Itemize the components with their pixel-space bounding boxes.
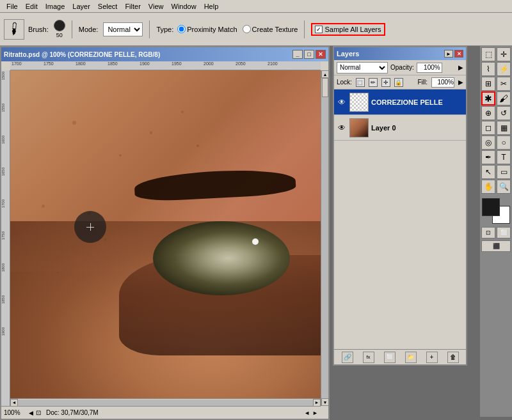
create-texture-radio[interactable]: Create Texture [243, 25, 298, 33]
history-brush-button[interactable]: ↺ [497, 106, 511, 120]
fill-expand-button[interactable]: ▶ [458, 79, 463, 86]
lock-move-button[interactable]: ✛ [381, 78, 390, 87]
menu-help[interactable]: Help [200, 2, 223, 11]
minimize-button[interactable]: _ [292, 50, 303, 59]
ruler-mark-2000: 2000 [204, 61, 214, 66]
right-toolbox: ⬚ ✛ ⌇ ⚡ ⊞ ✂ ✱ 🖌 ⊕ ↺ ◻ ▦ ◎ ○ ✒ T [480, 46, 512, 417]
horizontal-scrollbar: ◄ ► [10, 398, 321, 406]
layer-visibility-layer0[interactable]: 👁 [337, 123, 347, 133]
layer-item-layer0[interactable]: 👁 Layer 0 [334, 115, 466, 141]
menu-filter[interactable]: Filter [121, 2, 144, 11]
vscroll-track[interactable] [321, 78, 328, 398]
scroll-left-arrow[interactable]: ◄ [304, 410, 310, 416]
hscroll-right-button[interactable]: ► [313, 399, 321, 407]
layers-mode-select[interactable]: Normal [337, 62, 388, 74]
sample-all-layers-label: Sample All Layers [324, 26, 381, 33]
ruler-mark-1750: 1750 [44, 61, 54, 66]
hscroll-track[interactable] [18, 400, 313, 406]
canvas-area[interactable] [10, 70, 321, 406]
hscroll-left-button[interactable]: ◄ [10, 399, 18, 407]
ruler-mark-v-1750: 1750 [1, 231, 5, 240]
delete-layer-button[interactable]: 🗑 [447, 352, 459, 363]
ruler-mark-2100: 2100 [268, 61, 278, 66]
shape-tool-button[interactable]: ▭ [497, 165, 511, 179]
lock-paint-button[interactable]: ✏ [369, 78, 378, 87]
menu-layer[interactable]: Layer [68, 2, 94, 11]
proximity-match-input[interactable] [177, 25, 186, 33]
add-mask-button[interactable]: ⬜ [384, 352, 396, 363]
link-layers-button[interactable]: 🔗 [342, 352, 353, 363]
menu-select[interactable]: Select [94, 2, 122, 11]
standard-mode-button[interactable]: ⊡ [481, 227, 495, 238]
blemish-2 [196, 144, 199, 147]
main-area: Ritratto.psd @ 100% (CORREZIONE PELLE, R… [0, 46, 512, 420]
tool-row-3: ⊞ ✂ [481, 77, 511, 91]
close-button[interactable]: ✕ [316, 50, 326, 59]
vscroll-up-button[interactable]: ▲ [321, 70, 329, 78]
move-tool-button[interactable]: ✛ [497, 47, 511, 61]
vscroll-down-button[interactable]: ▼ [321, 398, 329, 406]
ruler-mark-v-1550: 1550 [1, 104, 5, 112]
healing-brush-tool-icon[interactable]: 🖌 [4, 19, 24, 40]
toolbar-divider-2 [149, 20, 150, 38]
blur-button[interactable]: ◎ [481, 136, 495, 150]
layer-visibility-correzione[interactable]: 👁 [337, 97, 347, 107]
maximize-button[interactable]: □ [304, 50, 314, 59]
screen-mode-button[interactable]: ⬛ [481, 240, 511, 252]
scroll-right-arrow[interactable]: ► [312, 410, 318, 416]
clone-stamp-button[interactable]: ⊕ [481, 106, 495, 120]
group-layers-button[interactable]: 📁 [405, 352, 417, 363]
tool-row-9: ↖ ▭ [481, 165, 511, 179]
healing-brush-button[interactable]: ✱ [481, 91, 495, 105]
path-select-button[interactable]: ↖ [481, 165, 495, 179]
layers-bottom-bar: 🔗 fx ⬜ 📁 + 🗑 [334, 349, 466, 364]
new-layer-button[interactable]: + [426, 352, 438, 363]
magic-wand-button[interactable]: ⚡ [497, 62, 511, 76]
tool-row-2: ⌇ ⚡ [481, 62, 511, 76]
menu-window[interactable]: Window [168, 2, 200, 11]
layers-opacity-input[interactable] [417, 63, 442, 73]
menu-file[interactable]: File [3, 2, 22, 11]
layer-fx-button[interactable]: fx [363, 352, 374, 363]
menu-bar: File Edit Image Layer Select Filter View… [0, 0, 512, 13]
layer-name-layer0: Layer 0 [371, 124, 463, 132]
crop-tool-button[interactable]: ⊞ [481, 77, 495, 91]
create-texture-input[interactable] [243, 25, 251, 33]
layers-mode-bar: Normal Opacity: ▶ [334, 60, 466, 75]
layers-expand-button[interactable]: ▶ [458, 64, 463, 71]
menu-view[interactable]: View [145, 2, 168, 11]
menu-image[interactable]: Image [42, 2, 69, 11]
lock-all-button[interactable]: 🔒 [394, 78, 403, 87]
eraser-button[interactable]: ◻ [481, 121, 495, 135]
quick-mask-button[interactable]: ⬜ [497, 227, 511, 238]
status-bar: 100% ◀ ⊡ Doc: 30,7M/30,7M ◄ ► [1, 406, 321, 419]
pen-tool-button[interactable]: ✒ [481, 150, 495, 164]
layers-minimize-button[interactable]: ✕ [454, 50, 463, 58]
toolbar-divider-1 [72, 20, 72, 38]
fill-input[interactable] [431, 77, 454, 88]
mode-select[interactable]: Normal [103, 22, 143, 36]
foreground-color-swatch[interactable] [482, 198, 500, 216]
marquee-tool-button[interactable]: ⬚ [481, 47, 495, 61]
brush-tool-button[interactable]: 🖌 [497, 91, 511, 105]
lasso-tool-button[interactable]: ⌇ [481, 62, 495, 76]
gradient-button[interactable]: ▦ [497, 121, 511, 135]
type-tool-button[interactable]: T [497, 150, 511, 164]
proximity-match-radio[interactable]: Proximity Match [177, 25, 237, 33]
hand-tool-button[interactable]: ✋ [481, 180, 495, 194]
sample-all-layers-checkbox[interactable]: ✓ [315, 26, 323, 33]
brush-size-picker[interactable]: 50 [54, 20, 65, 38]
menu-edit[interactable]: Edit [22, 2, 42, 11]
layer-item-correzione[interactable]: 👁 CORREZIONE PELLE [334, 89, 466, 115]
dodge-button[interactable]: ○ [497, 136, 511, 150]
zoom-level: 100% [4, 409, 26, 416]
slice-tool-button[interactable]: ✂ [497, 77, 511, 91]
mode-label: Mode: [79, 26, 99, 33]
lock-transparency-button[interactable]: ⬚ [356, 78, 365, 87]
zoom-tool-button[interactable]: 🔍 [497, 180, 511, 194]
layer-thumb-layer0 [349, 118, 369, 137]
ruler-left: 1500 1550 1600 1650 1700 1750 1800 1850 … [1, 70, 10, 406]
document-window: Ritratto.psd @ 100% (CORREZIONE PELLE, R… [0, 46, 330, 420]
layers-arrow-button[interactable]: ► [444, 50, 453, 58]
vscroll-thumb[interactable] [322, 78, 328, 97]
